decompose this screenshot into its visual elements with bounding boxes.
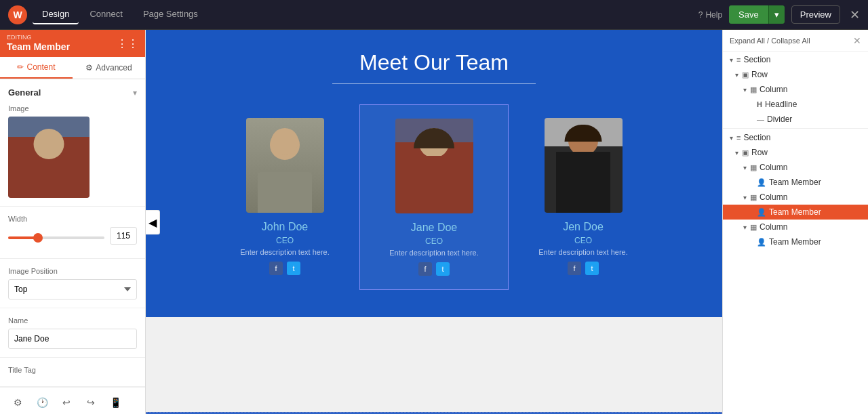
question-icon: ?	[698, 10, 703, 20]
tree-column-1[interactable]: ▾ ▦ Column	[723, 82, 868, 97]
grid-icon[interactable]: ⋮⋮	[117, 37, 138, 50]
nav-tab-connect[interactable]: Connect	[80, 5, 132, 24]
team-member-john[interactable]: John Doe CEO Enter description text here…	[210, 104, 359, 290]
tree-headline-label: Headline	[765, 100, 797, 109]
divider-icon: —	[757, 115, 764, 123]
tree-toggle-col4[interactable]: ▾	[741, 224, 749, 231]
tree-team-member-3[interactable]: 👤 Team Member	[723, 234, 868, 249]
logo: W	[8, 5, 27, 24]
tree-col-2-label: Column	[760, 163, 787, 172]
tree-toggle-col2[interactable]: ▾	[741, 164, 749, 171]
tree-col-1-label: Column	[760, 85, 787, 94]
general-section: General ▾ Image	[0, 79, 145, 207]
save-button[interactable]: Save	[729, 5, 768, 24]
team-row: John Doe CEO Enter description text here…	[146, 104, 722, 317]
width-label: Width	[8, 215, 137, 223]
collapse-panel-button[interactable]: ◀	[146, 209, 160, 234]
settings-toolbar-icon[interactable]: ⚙	[8, 393, 27, 412]
tree-section-1[interactable]: ▾ ≡ Section	[723, 52, 868, 67]
john-facebook-icon[interactable]: f	[269, 262, 283, 275]
tree-column-3[interactable]: ▾ ▦ Column	[723, 190, 868, 205]
canvas-header: Meet Our Team	[146, 30, 722, 84]
bottom-toolbar: ⚙ 🕐 ↩ ↪ 📱	[0, 387, 145, 414]
col-icon-1: ▦	[750, 85, 757, 94]
tree-section-2[interactable]: ▾ ≡ Section	[723, 130, 868, 145]
tree-team-member-3-label: Team Member	[769, 237, 821, 247]
row-icon-2: ▣	[742, 148, 749, 157]
section-icon-2: ≡	[736, 133, 741, 142]
john-twitter-icon[interactable]: t	[287, 262, 300, 275]
tree-toggle-col1[interactable]: ▾	[741, 86, 749, 94]
tab-advanced[interactable]: ⚙ Advanced	[73, 57, 145, 79]
main-layout: EDITING Team Member ⋮⋮ ✏ Content ⚙ Advan…	[0, 30, 868, 414]
slider-container	[8, 230, 104, 242]
mobile-toolbar-icon[interactable]: 📱	[106, 393, 125, 412]
tree-col-4-label: Column	[760, 222, 787, 232]
left-panel: EDITING Team Member ⋮⋮ ✏ Content ⚙ Advan…	[0, 30, 146, 414]
tree-row-1[interactable]: ▾ ▣ Row	[723, 67, 868, 82]
undo-toolbar-icon[interactable]: ↩	[57, 393, 76, 412]
chevron-down-icon[interactable]: ▾	[133, 88, 137, 98]
tab-content[interactable]: ✏ Content	[0, 57, 73, 79]
width-section: Width 115	[0, 207, 145, 259]
nav-tab-page-settings[interactable]: Page Settings	[134, 5, 208, 24]
tree-headline-1[interactable]: H Headline	[723, 97, 868, 112]
image-preview[interactable]	[8, 117, 90, 198]
jen-facebook-icon[interactable]: f	[568, 262, 581, 275]
team-member-icon-2: 👤	[757, 208, 766, 217]
tree-toggle-row1[interactable]: ▾	[732, 71, 741, 79]
john-name: John Doe	[224, 221, 346, 233]
john-photo	[246, 118, 324, 213]
jen-photo	[545, 118, 623, 213]
col-icon-4: ▦	[750, 223, 757, 232]
title-tag-label: Title Tag	[8, 366, 137, 374]
panel-image-inner	[8, 117, 90, 198]
tree-section-divider	[723, 128, 868, 129]
jen-title: CEO	[522, 236, 644, 245]
name-input[interactable]	[8, 329, 137, 349]
tree-team-member-1[interactable]: 👤 Team Member	[723, 175, 868, 190]
tree-col-3-label: Column	[760, 192, 787, 202]
nav-right: ? Help Save ▾ Preview ✕	[698, 5, 860, 24]
tree-row-2[interactable]: ▾ ▣ Row	[723, 145, 868, 160]
width-input[interactable]: 115	[110, 227, 137, 245]
tree-team-member-2[interactable]: 👤 Team Member	[723, 205, 868, 220]
tree-column-4[interactable]: ▾ ▦ Column	[723, 220, 868, 234]
panel-tabs: ✏ Content ⚙ Advanced	[0, 57, 145, 79]
nav-tab-design[interactable]: Design	[33, 5, 79, 24]
help-button[interactable]: ? Help	[698, 10, 722, 20]
history-toolbar-icon[interactable]: 🕐	[33, 393, 52, 412]
team-member-jen[interactable]: Jen Doe CEO Enter description text here.…	[509, 104, 658, 290]
col-icon-2: ▦	[750, 163, 757, 172]
width-slider[interactable]	[8, 236, 104, 239]
jen-name: Jen Doe	[522, 221, 644, 233]
right-panel: Expand All / Collapse All ✕ ▾ ≡ Section …	[722, 30, 868, 414]
jane-name: Jane Doe	[374, 222, 494, 234]
image-position-select[interactable]: Top Left Right Bottom	[8, 279, 137, 299]
tree-toggle-col3[interactable]: ▾	[741, 194, 749, 201]
john-title: CEO	[224, 236, 346, 245]
image-position-section: Image Position Top Left Right Bottom	[0, 259, 145, 308]
redo-toolbar-icon[interactable]: ↪	[81, 393, 100, 412]
team-member-jane[interactable]: Jane Doe CEO Enter description text here…	[359, 104, 509, 290]
tree-toggle-row2[interactable]: ▾	[732, 149, 741, 157]
tree-divider-1[interactable]: — Divider	[723, 112, 868, 127]
canvas-title: Meet Our Team	[173, 50, 695, 75]
jane-facebook-icon[interactable]: f	[418, 262, 432, 276]
tree-toggle-section1[interactable]: ▾	[727, 56, 735, 64]
jane-photo	[395, 119, 473, 213]
jane-twitter-icon[interactable]: t	[436, 262, 450, 276]
close-button[interactable]: ✕	[850, 7, 860, 22]
tree-toggle-section2[interactable]: ▾	[727, 134, 735, 142]
close-panel-button[interactable]: ✕	[853, 35, 861, 46]
tree-divider-label: Divider	[767, 115, 792, 124]
advanced-icon: ⚙	[85, 63, 93, 73]
expand-collapse-button[interactable]: Expand All / Collapse All	[730, 37, 810, 45]
save-btn-group: Save ▾	[729, 5, 785, 24]
general-header: General ▾	[8, 87, 137, 98]
tree-column-2[interactable]: ▾ ▦ Column	[723, 160, 868, 175]
preview-button[interactable]: Preview	[791, 5, 840, 24]
tree-section-1-label: Section	[743, 55, 770, 64]
jen-twitter-icon[interactable]: t	[585, 262, 599, 275]
save-dropdown-button[interactable]: ▾	[768, 5, 785, 24]
